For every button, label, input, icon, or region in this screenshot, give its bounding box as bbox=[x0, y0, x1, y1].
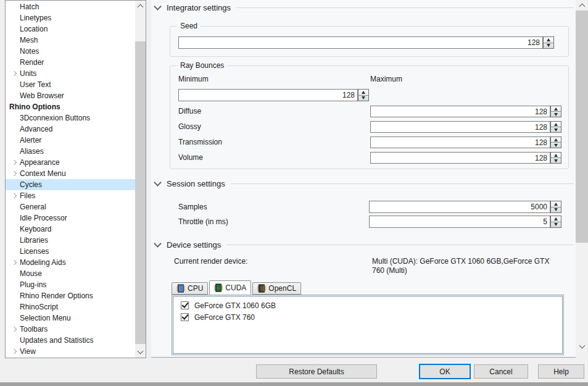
spinner-up-button[interactable] bbox=[551, 201, 561, 207]
panel-scrollbar[interactable] bbox=[576, 0, 588, 352]
tree-item-hatch[interactable]: Hatch bbox=[6, 1, 135, 12]
spinner-up-button[interactable] bbox=[551, 106, 561, 111]
cuda-chip-icon bbox=[214, 283, 223, 292]
tree-item-files[interactable]: Files bbox=[6, 190, 135, 201]
tree-item-advanced[interactable]: Advanced bbox=[6, 124, 135, 135]
tree-item-render[interactable]: Render bbox=[6, 57, 135, 68]
tree-item-toolbars[interactable]: Toolbars bbox=[6, 324, 135, 335]
seed-field: 128 bbox=[178, 36, 554, 49]
tree-item-user-text[interactable]: User Text bbox=[6, 79, 135, 90]
spinner-down-button[interactable] bbox=[551, 157, 561, 163]
tree-item-label: Hatch bbox=[20, 2, 39, 11]
triangle-down-icon bbox=[554, 208, 558, 211]
diffuse-input[interactable]: 128 bbox=[370, 106, 550, 117]
tree-item-general[interactable]: General bbox=[6, 201, 135, 212]
device-row-geforce-gtx-760[interactable]: GeForce GTX 760 bbox=[173, 311, 562, 323]
tree-item-libraries[interactable]: Libraries bbox=[6, 235, 135, 246]
tree-item-web-browser[interactable]: Web Browser bbox=[6, 90, 135, 101]
chevron-right-icon[interactable] bbox=[12, 260, 17, 265]
volume-label: Volume bbox=[178, 152, 203, 164]
tree-item-view[interactable]: View bbox=[6, 346, 135, 357]
spinner-up-button[interactable] bbox=[551, 122, 561, 127]
session-section-header[interactable]: Session settings bbox=[155, 178, 574, 189]
ok-button[interactable]: OK bbox=[419, 364, 471, 379]
tree-item-mouse[interactable]: Mouse bbox=[6, 268, 135, 279]
tree-item-modeling-aids[interactable]: Modeling Aids bbox=[6, 257, 135, 268]
scroll-down-button[interactable] bbox=[576, 342, 588, 352]
spinner-up-button[interactable] bbox=[358, 90, 368, 95]
chevron-right-icon[interactable] bbox=[12, 71, 17, 76]
tree-item-label: Idle Processor bbox=[20, 214, 67, 222]
spinner-down-button[interactable] bbox=[551, 127, 561, 132]
spinner-up-button[interactable] bbox=[551, 153, 561, 157]
tree-item-linetypes[interactable]: Linetypes bbox=[6, 12, 135, 23]
ray-bounces-legend: Ray Bounces bbox=[177, 61, 227, 70]
minimum-input[interactable]: 128 bbox=[178, 89, 358, 101]
glossy-field: 128 bbox=[370, 121, 561, 133]
tree-item-idle-processor[interactable]: Idle Processor bbox=[6, 212, 135, 224]
tab-opencl[interactable]: OpenCL bbox=[252, 282, 301, 295]
integrator-section-header[interactable]: Integrator settings bbox=[155, 2, 574, 13]
spinner-up-button[interactable] bbox=[551, 216, 561, 222]
sidebar-scrollbar[interactable] bbox=[135, 1, 146, 358]
spinner-up-button[interactable] bbox=[551, 137, 561, 142]
tree-item-3dconnexion-buttons[interactable]: 3Dconnexion Buttons bbox=[6, 112, 135, 124]
tree-item-rhino-render-options[interactable]: Rhino Render Options bbox=[6, 290, 135, 301]
chevron-right-icon[interactable] bbox=[12, 327, 17, 332]
spinner-down-button[interactable] bbox=[551, 222, 561, 228]
device-section-header[interactable]: Device settings bbox=[155, 239, 574, 250]
transmission-input[interactable]: 128 bbox=[370, 136, 550, 148]
spinner-down-button[interactable] bbox=[551, 142, 561, 148]
tab-cuda[interactable]: CUDA bbox=[209, 280, 251, 295]
sidebar-scrollbar-thumb[interactable] bbox=[135, 41, 146, 344]
tree-item-label: View bbox=[20, 347, 36, 356]
tree-item-units[interactable]: Units bbox=[6, 68, 135, 79]
tree-item-rhino-options[interactable]: Rhino Options bbox=[6, 101, 135, 112]
chevron-right-icon[interactable] bbox=[12, 349, 17, 354]
tree-item-context-menu[interactable]: Context Menu bbox=[6, 168, 135, 179]
checkbox-checked-icon[interactable] bbox=[181, 313, 189, 321]
tree-item-selection-menu[interactable]: Selection Menu bbox=[6, 313, 135, 324]
chevron-right-icon[interactable] bbox=[12, 193, 17, 198]
tree-item-cycles[interactable]: Cycles bbox=[6, 179, 135, 190]
scroll-up-button[interactable] bbox=[135, 1, 146, 11]
tree-item-aliases[interactable]: Aliases bbox=[6, 146, 135, 157]
tree-item-label: Updates and Statistics bbox=[20, 336, 93, 345]
tree-item-rhinoscript[interactable]: RhinoScript bbox=[6, 301, 135, 313]
chevron-right-icon[interactable] bbox=[12, 160, 17, 165]
glossy-input[interactable]: 128 bbox=[370, 121, 550, 133]
spinner-down-button[interactable] bbox=[551, 207, 561, 213]
scroll-up-button[interactable] bbox=[576, 0, 588, 10]
samples-input[interactable]: 5000 bbox=[369, 201, 550, 213]
tree-item-label: Mouse bbox=[20, 269, 42, 278]
tab-cpu[interactable]: CPU bbox=[172, 282, 208, 295]
tree-item-mesh[interactable]: Mesh bbox=[6, 35, 135, 46]
tree-item-updates-and-statistics[interactable]: Updates and Statistics bbox=[6, 335, 135, 346]
restore-defaults-button[interactable]: Restore Defaults bbox=[256, 364, 377, 379]
chevron-right-icon[interactable] bbox=[12, 171, 17, 176]
spinner-down-button[interactable] bbox=[358, 95, 368, 101]
tree-item-location[interactable]: Location bbox=[6, 23, 135, 35]
tree-item-keyboard[interactable]: Keyboard bbox=[6, 224, 135, 235]
cancel-button[interactable]: Cancel bbox=[474, 364, 528, 379]
tree-item-label: RhinoScript bbox=[20, 303, 58, 311]
volume-input[interactable]: 128 bbox=[370, 152, 550, 164]
triangle-up-icon bbox=[554, 138, 558, 141]
scroll-down-button[interactable] bbox=[135, 347, 146, 358]
device-row-geforce-gtx-1060-6gb[interactable]: GeForce GTX 1060 6GB bbox=[173, 300, 562, 311]
tree-item-licenses[interactable]: Licenses bbox=[6, 246, 135, 257]
help-button[interactable]: Help bbox=[538, 364, 584, 379]
spinner-down-button[interactable] bbox=[544, 43, 553, 49]
spinner-down-button[interactable] bbox=[551, 111, 561, 117]
tree-item-label: Aliases bbox=[20, 147, 44, 156]
tree-item-plug-ins[interactable]: Plug-ins bbox=[6, 279, 135, 290]
tree-item-appearance[interactable]: Appearance bbox=[6, 157, 135, 168]
throttle-in-ms-input[interactable]: 5 bbox=[369, 216, 550, 228]
spinner-up-button[interactable] bbox=[544, 37, 553, 43]
tree-item-alerter[interactable]: Alerter bbox=[6, 135, 135, 146]
checkbox-checked-icon[interactable] bbox=[181, 301, 189, 309]
spinner bbox=[550, 152, 561, 164]
seed-input[interactable]: 128 bbox=[178, 36, 543, 49]
tree-item-notes[interactable]: Notes bbox=[6, 46, 135, 57]
panel-scrollbar-thumb[interactable] bbox=[576, 10, 588, 243]
